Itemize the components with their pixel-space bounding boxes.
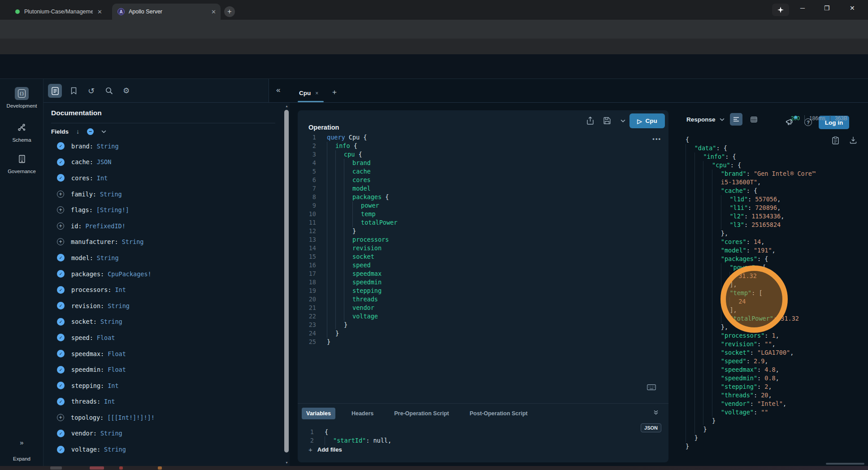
field-type[interactable]: JSON xyxy=(97,158,112,165)
field-row[interactable]: ✓model:String xyxy=(43,250,283,266)
field-row[interactable]: +flags:[String!] xyxy=(43,202,283,218)
chevron-down-icon[interactable] xyxy=(101,130,106,133)
field-type[interactable]: String xyxy=(104,446,126,453)
sidebar-item-schema[interactable]: Schema xyxy=(0,121,43,143)
field-type[interactable]: String xyxy=(97,143,119,150)
field-type[interactable]: Int xyxy=(104,398,115,405)
field-row[interactable]: ✓threads:Int xyxy=(43,394,283,410)
field-included-check-icon[interactable]: ✓ xyxy=(57,142,65,150)
field-type[interactable]: Int xyxy=(108,382,118,389)
collapse-variables-icon[interactable] xyxy=(653,410,659,415)
field-type[interactable]: Int xyxy=(97,174,108,182)
sort-arrow-icon[interactable]: ↓ xyxy=(76,128,79,135)
field-included-check-icon[interactable]: ✓ xyxy=(57,398,65,405)
field-type[interactable]: String xyxy=(100,430,122,437)
field-row[interactable]: ✓revision:String xyxy=(43,298,283,314)
field-included-check-icon[interactable]: ✓ xyxy=(57,174,65,182)
browser-tab-inactive[interactable]: Plutonium-Case/ManagementA ✕ xyxy=(6,4,110,20)
scrollbar-thumb[interactable] xyxy=(284,110,289,453)
tab-close-icon[interactable]: × xyxy=(315,90,318,96)
field-row[interactable]: ✓speedmax:Float xyxy=(43,346,283,362)
field-type[interactable]: CpuPackages! xyxy=(108,270,152,278)
tab-close-icon[interactable]: ✕ xyxy=(93,9,107,15)
table-view-button[interactable] xyxy=(748,113,760,126)
collapse-panel-icon[interactable]: « xyxy=(276,86,280,95)
documentation-scrollbar[interactable]: ▲ ▼ xyxy=(284,104,290,465)
operation-tab-cpu[interactable]: Cpu × xyxy=(299,90,318,96)
field-row[interactable]: ✓speedmin:Float xyxy=(43,361,283,378)
save-icon[interactable] xyxy=(603,117,611,124)
field-type[interactable]: [String!] xyxy=(96,206,129,213)
field-row[interactable]: +topology:[[[Int!]!]!]! xyxy=(43,409,283,426)
field-add-plus-icon[interactable]: + xyxy=(57,414,64,421)
scroll-down-arrow[interactable]: ▼ xyxy=(284,461,289,464)
add-operation-tab-button[interactable]: + xyxy=(332,88,337,97)
documentation-tool-button[interactable] xyxy=(48,84,62,98)
json-mode-badge[interactable]: JSON xyxy=(641,423,661,432)
field-row[interactable]: ✓cache:JSON xyxy=(43,154,283,170)
variables-tab-post-operation-script[interactable]: Post-Operation Script xyxy=(465,408,532,419)
field-included-check-icon[interactable]: ✓ xyxy=(57,318,65,326)
field-row[interactable]: +manufacturer:String xyxy=(43,234,283,250)
field-type[interactable]: String xyxy=(122,238,144,245)
settings-gear-icon[interactable]: ⚙ xyxy=(119,84,133,98)
field-add-plus-icon[interactable]: + xyxy=(57,238,64,245)
list-view-button[interactable] xyxy=(730,113,742,126)
field-included-check-icon[interactable]: ✓ xyxy=(57,158,65,166)
variables-editor[interactable]: 1{2"startId": null, xyxy=(298,428,612,446)
history-icon[interactable]: ↺ xyxy=(84,84,98,98)
field-add-plus-icon[interactable]: + xyxy=(57,191,64,198)
field-row[interactable]: +family:String xyxy=(43,186,283,202)
field-add-plus-icon[interactable]: + xyxy=(57,222,64,230)
field-type[interactable]: Float xyxy=(108,350,126,357)
field-type[interactable]: String xyxy=(108,302,130,309)
field-included-check-icon[interactable]: ✓ xyxy=(57,254,65,261)
window-close-button[interactable]: ✕ xyxy=(850,4,855,12)
field-included-check-icon[interactable]: ✓ xyxy=(57,430,65,437)
field-row[interactable]: ✓speed:Float xyxy=(43,330,283,346)
add-files-button[interactable]: + Add files xyxy=(308,446,342,453)
field-row[interactable]: ✓cores:Int xyxy=(43,170,283,186)
field-row[interactable]: ✓voltage:String xyxy=(43,441,283,457)
field-type[interactable]: PrefixedID! xyxy=(85,222,125,230)
field-row[interactable]: ✓processors:Int xyxy=(43,282,283,298)
tab-close-icon[interactable]: ✕ xyxy=(207,9,221,15)
field-row[interactable]: ✓socket:String xyxy=(43,314,283,330)
field-type[interactable]: Int xyxy=(115,286,126,293)
keyboard-shortcuts-icon[interactable] xyxy=(647,384,656,390)
variables-tab-headers[interactable]: Headers xyxy=(347,408,378,419)
operation-menu-dots[interactable]: ••• xyxy=(652,135,661,142)
run-operation-button[interactable]: ▷ Cpu xyxy=(629,113,665,128)
field-included-check-icon[interactable]: ✓ xyxy=(57,350,65,357)
field-add-plus-icon[interactable]: + xyxy=(57,206,64,213)
sidebar-expand-button[interactable]: » Expand xyxy=(0,439,43,461)
field-type[interactable]: Float xyxy=(97,334,115,341)
browser-tab-active[interactable]: A Apollo Server ✕ xyxy=(112,4,221,20)
window-minimize-button[interactable]: ─ xyxy=(800,4,805,12)
field-row[interactable]: ✓brand:String xyxy=(43,138,283,154)
saved-operations-button[interactable] xyxy=(67,84,81,98)
deselect-all-icon[interactable]: − xyxy=(87,128,94,135)
browser-sparkle-icon[interactable] xyxy=(772,4,789,16)
field-type[interactable]: String xyxy=(100,318,122,325)
field-row[interactable]: +id:PrefixedID! xyxy=(43,218,283,234)
sidebar-item-governance[interactable]: Governance xyxy=(0,152,43,174)
field-included-check-icon[interactable]: ✓ xyxy=(57,382,65,389)
scroll-up-arrow[interactable]: ▲ xyxy=(284,104,289,108)
share-icon[interactable] xyxy=(587,117,594,125)
field-row[interactable]: ✓vendor:String xyxy=(43,426,283,442)
field-type[interactable]: [[[Int!]!]!]! xyxy=(107,414,155,421)
horizontal-scrollbar[interactable] xyxy=(826,463,864,465)
field-included-check-icon[interactable]: ✓ xyxy=(57,334,65,341)
variables-tab-pre-operation-script[interactable]: Pre-Operation Script xyxy=(390,408,453,419)
field-included-check-icon[interactable]: ✓ xyxy=(57,446,65,453)
save-dropdown-chevron-icon[interactable] xyxy=(621,119,625,122)
field-included-check-icon[interactable]: ✓ xyxy=(57,302,65,309)
field-row[interactable]: ✓packages:CpuPackages! xyxy=(43,266,283,282)
query-editor[interactable]: 1query Cpu {2info {3cpu {4brand5cache6co… xyxy=(298,133,638,346)
field-type[interactable]: String xyxy=(100,191,122,198)
search-icon[interactable] xyxy=(102,84,116,98)
variables-tab-variables[interactable]: Variables xyxy=(302,408,335,419)
field-type[interactable]: String xyxy=(97,254,119,261)
window-restore-button[interactable]: ❐ xyxy=(824,4,830,12)
